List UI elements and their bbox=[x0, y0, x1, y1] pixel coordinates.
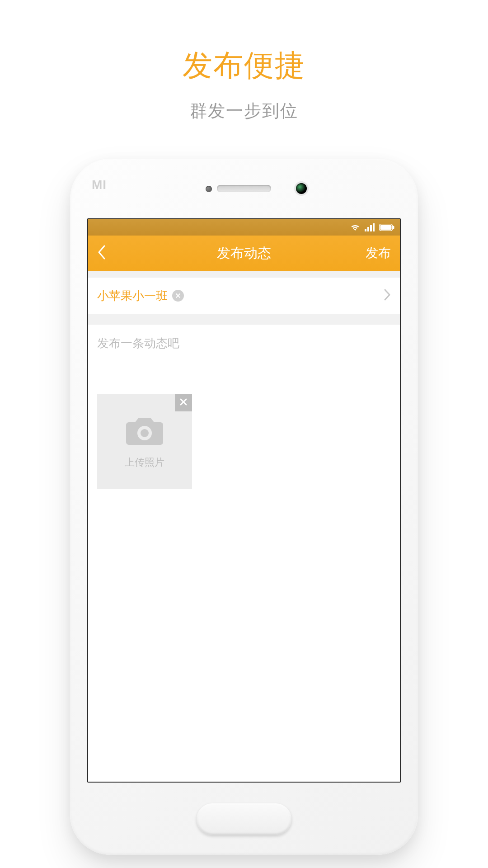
compose-input[interactable]: 发布一条动态吧 bbox=[97, 335, 391, 390]
remove-upload-button[interactable] bbox=[175, 394, 192, 411]
chevron-right-icon bbox=[384, 288, 391, 303]
compose-area: 发布一条动态吧 bbox=[88, 324, 400, 782]
device-frame: MI bbox=[70, 159, 418, 855]
back-button[interactable] bbox=[88, 236, 115, 271]
svg-rect-0 bbox=[365, 229, 366, 231]
speaker-grille bbox=[217, 185, 271, 192]
close-icon bbox=[175, 293, 181, 298]
camera-icon bbox=[124, 414, 165, 448]
publish-button[interactable]: 发布 bbox=[366, 236, 391, 271]
svg-rect-5 bbox=[380, 225, 392, 230]
hero-subtitle: 群发一步到位 bbox=[190, 99, 298, 123]
svg-point-12 bbox=[141, 429, 149, 437]
content-area: 小苹果小一班 bbox=[88, 271, 400, 782]
nav-title: 发布动态 bbox=[88, 244, 400, 263]
battery-icon bbox=[379, 224, 394, 231]
hero-title: 发布便捷 bbox=[183, 45, 305, 86]
class-selector-row[interactable]: 小苹果小一班 bbox=[88, 277, 400, 314]
svg-rect-6 bbox=[393, 226, 394, 229]
device-logo: MI bbox=[92, 178, 107, 192]
close-icon bbox=[179, 398, 188, 408]
svg-rect-2 bbox=[370, 225, 372, 231]
upload-photo-box[interactable]: 上传照片 bbox=[97, 394, 192, 489]
nav-bar: 发布动态 发布 bbox=[88, 236, 400, 271]
home-button[interactable] bbox=[197, 803, 291, 835]
proximity-sensor bbox=[206, 186, 212, 192]
upload-photo-label: 上传照片 bbox=[125, 456, 164, 469]
front-camera bbox=[296, 183, 307, 194]
svg-rect-3 bbox=[373, 223, 375, 231]
signal-icon bbox=[365, 223, 375, 231]
clear-class-button[interactable] bbox=[172, 290, 184, 302]
status-bar bbox=[88, 219, 400, 236]
svg-rect-1 bbox=[367, 227, 369, 231]
chevron-left-icon bbox=[97, 245, 106, 262]
device-screen: 发布动态 发布 小苹果小一班 bbox=[87, 218, 401, 783]
selected-class-label: 小苹果小一班 bbox=[97, 288, 168, 304]
wifi-icon bbox=[350, 223, 360, 231]
